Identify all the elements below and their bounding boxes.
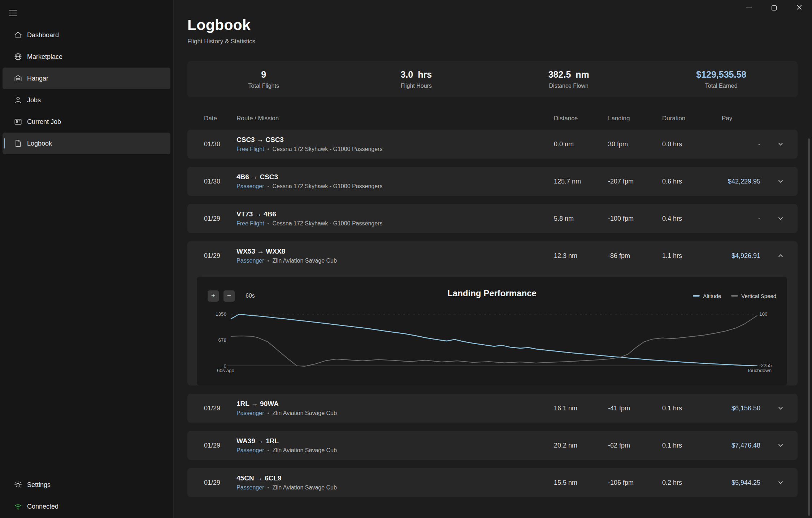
expand-chevron-icon[interactable] <box>763 177 798 185</box>
legend-item-altitude: Altitude <box>693 293 721 299</box>
flight-duration: 0.2 hrs <box>662 479 722 487</box>
menu-button[interactable] <box>5 6 22 20</box>
flight-row[interactable]: 01/29 VT73 → 4B6 Free Flight • Cessna 17… <box>187 204 798 233</box>
scrollbar-thumb[interactable] <box>808 138 810 516</box>
stat-value: 9 <box>261 69 266 79</box>
flight-landing: -62 fpm <box>608 442 662 449</box>
flight-route-cell: 4B6 → CSC3 Passenger • Cessna 172 Skyhaw… <box>236 173 554 190</box>
flight-route-cell: WX53 → WXX8 Passenger • Zlin Aviation Sa… <box>236 247 554 264</box>
connection-status: Connected <box>3 496 170 517</box>
flight-distance: 125.7 nm <box>554 178 608 185</box>
mission-separator: • <box>268 485 269 491</box>
y-axis-tick: 1356 <box>197 311 226 317</box>
stat-flight-hours: 3.0hrs Flight Hours <box>340 69 493 89</box>
flight-route-cell: VT73 → 4B6 Free Flight • Cessna 172 Skyh… <box>236 210 554 227</box>
flight-route: 45CN → 6CL9 <box>236 474 547 482</box>
mission-separator: • <box>267 221 269 226</box>
x-axis-label-right: Touchdown <box>720 368 772 373</box>
flight-date: 01/29 <box>204 479 236 487</box>
mission-separator: • <box>268 448 269 453</box>
zoom-in-button[interactable]: + <box>208 290 219 302</box>
chart-window-label: 60s <box>246 293 255 299</box>
mission-type: Passenger <box>236 183 264 190</box>
flight-duration: 0.1 hrs <box>662 442 722 449</box>
flight-row[interactable]: 01/29 1RL → 90WA Passenger • Zlin Aviati… <box>187 394 798 423</box>
flight-pay: $5,944.25 <box>722 479 763 487</box>
flight-aircraft: Cessna 172 Skyhawk - G1000 Passengers <box>272 183 382 190</box>
flight-duration: 0.0 hrs <box>662 141 722 148</box>
stat-label: Total Flights <box>248 83 279 89</box>
gear-icon <box>13 480 23 489</box>
sidebar-item-hangar[interactable]: Hangar <box>3 68 170 89</box>
mission-type: Free Flight <box>236 220 264 227</box>
sidebar-item-label: Settings <box>27 481 51 489</box>
legend-label: Altitude <box>703 293 721 299</box>
stat-distance-flown: 382.5nm Distance Flown <box>492 69 645 89</box>
flight-aircraft: Zlin Aviation Savage Cub <box>272 410 336 416</box>
column-header-date: Date <box>204 115 236 122</box>
column-header-route: Route / Mission <box>236 115 554 122</box>
flight-route-cell: WA39 → 1RL Passenger • Zlin Aviation Sav… <box>236 437 554 454</box>
expand-chevron-icon[interactable] <box>763 404 798 412</box>
mission-type: Passenger <box>236 258 264 264</box>
globe-icon <box>13 52 23 61</box>
page-title: Logbook <box>187 17 798 34</box>
sidebar-item-current-job[interactable]: Current Job <box>3 111 170 133</box>
zoom-out-button[interactable]: − <box>223 290 235 302</box>
stat-label: Distance Flown <box>549 83 589 89</box>
sidebar-item-marketplace[interactable]: Marketplace <box>3 46 170 68</box>
flight-route: CSC3 → CSC3 <box>236 136 547 144</box>
minimize-button[interactable] <box>736 0 761 16</box>
flight-date: 01/29 <box>204 252 236 260</box>
expand-chevron-icon[interactable] <box>763 441 798 449</box>
sidebar-item-label: Marketplace <box>27 53 62 61</box>
y-axis-tick: 678 <box>197 337 226 343</box>
flight-row[interactable]: 01/29 WX53 → WXX8 Passenger • Zlin Aviat… <box>187 241 798 385</box>
table-header: Date Route / Mission Distance Landing Du… <box>187 114 798 123</box>
flight-route: 4B6 → CSC3 <box>236 173 547 181</box>
expand-chevron-icon[interactable] <box>763 215 798 223</box>
flight-pay: $7,476.48 <box>722 442 763 449</box>
maximize-button[interactable] <box>761 0 787 16</box>
sidebar-item-label: Jobs <box>27 96 41 104</box>
sidebar-item-dashboard[interactable]: Dashboard <box>3 24 170 46</box>
x-axis-label-left: 60s ago <box>217 368 234 373</box>
maximize-icon <box>772 5 777 10</box>
chart-legend: Altitude Vertical Speed <box>693 293 776 299</box>
flight-route: 1RL → 90WA <box>236 400 547 408</box>
stat-label: Flight Hours <box>401 83 432 89</box>
expand-chevron-icon[interactable] <box>763 479 798 487</box>
close-button[interactable] <box>787 0 812 16</box>
flight-row[interactable]: 01/30 4B6 → CSC3 Passenger • Cessna 172 … <box>187 167 798 196</box>
flight-distance: 15.5 nm <box>554 479 608 487</box>
person-icon <box>13 95 23 105</box>
column-header-duration: Duration <box>662 115 722 122</box>
mission-type: Free Flight <box>236 146 264 152</box>
flight-route: VT73 → 4B6 <box>236 210 547 218</box>
sidebar-item-jobs[interactable]: Jobs <box>3 89 170 111</box>
flight-landing: -41 fpm <box>608 405 662 412</box>
sidebar-item-label: Current Job <box>27 118 61 126</box>
altitude-line-swatch <box>693 295 700 297</box>
flight-route-cell: CSC3 → CSC3 Free Flight • Cessna 172 Sky… <box>236 136 554 152</box>
mission-type: Passenger <box>236 447 264 454</box>
expand-chevron-icon[interactable] <box>763 252 798 260</box>
flight-date: 01/30 <box>204 178 236 185</box>
column-header-landing: Landing <box>608 115 662 122</box>
sidebar-item-settings[interactable]: Settings <box>3 474 170 496</box>
flight-pay: $42,229.95 <box>722 178 763 185</box>
mission-separator: • <box>268 410 269 416</box>
flight-aircraft: Zlin Aviation Savage Cub <box>272 447 336 454</box>
stat-value: $129,535.58 <box>696 69 746 79</box>
flight-landing: -207 fpm <box>608 178 662 185</box>
flight-duration: 1.1 hrs <box>662 252 722 260</box>
flight-row[interactable]: 01/29 WA39 → 1RL Passenger • Zlin Aviati… <box>187 431 798 460</box>
sidebar-item-logbook[interactable]: Logbook <box>3 133 170 154</box>
flight-row[interactable]: 01/30 CSC3 → CSC3 Free Flight • Cessna 1… <box>187 130 798 159</box>
expand-chevron-icon[interactable] <box>763 140 798 148</box>
flight-row[interactable]: 01/29 45CN → 6CL9 Passenger • Zlin Aviat… <box>187 468 798 497</box>
flight-pay: $6,156.50 <box>722 405 763 412</box>
flight-pay: - <box>722 215 763 223</box>
stats-summary: 9 Total Flights 3.0hrs Flight Hours 382.… <box>187 61 798 97</box>
y2-axis-tick: 100 <box>759 311 768 317</box>
